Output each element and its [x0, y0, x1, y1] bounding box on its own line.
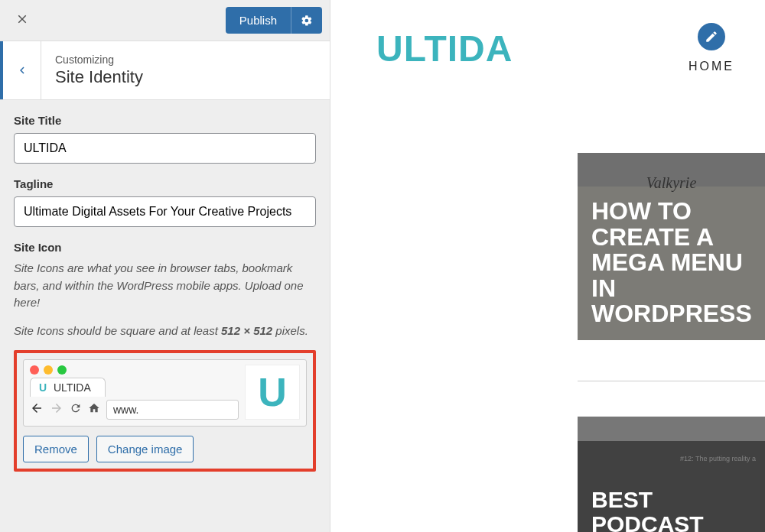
window-dots — [30, 365, 239, 375]
customizer-panel: Site Title Tagline Site Icon Site Icons … — [0, 100, 330, 485]
publish-settings-button[interactable] — [291, 7, 322, 34]
section-title: Site Identity — [55, 67, 143, 87]
forward-arrow-icon — [50, 401, 63, 418]
help2-suffix: pixels. — [272, 324, 308, 337]
section-header: Customizing Site Identity — [0, 41, 330, 100]
browser-tab: U ULTIDA — [30, 378, 106, 397]
site-icon-highlight: U ULTIDA — [14, 350, 316, 472]
customizer-sidebar: Publish Customizing Site Identity Site T… — [0, 0, 330, 532]
site-preview: ULTIDA HOME Valkyrie HOW TO CREATE A MEG… — [330, 0, 765, 532]
edit-shortcut-button[interactable] — [698, 23, 725, 50]
back-button[interactable] — [0, 41, 41, 99]
card-divider — [578, 381, 765, 381]
change-image-button[interactable]: Change image — [96, 436, 194, 462]
sidebar-topbar: Publish — [0, 0, 330, 41]
back-arrow-icon — [30, 401, 44, 418]
publish-button[interactable]: Publish — [226, 7, 291, 34]
close-icon — [15, 12, 29, 26]
publish-group: Publish — [226, 7, 322, 34]
post-card-1-title: HOW TO CREATE A MEGA MENU IN WORDPRESS — [591, 199, 752, 327]
post-cards: Valkyrie HOW TO CREATE A MEGA MENU IN WO… — [578, 153, 765, 340]
browser-tab-row: U ULTIDA — [30, 378, 239, 397]
section-header-text: Customizing Site Identity — [41, 41, 157, 99]
home-icon — [88, 402, 100, 417]
post-card-1[interactable]: Valkyrie HOW TO CREATE A MEGA MENU IN WO… — [578, 153, 765, 340]
customizing-label: Customizing — [55, 54, 143, 66]
site-logo[interactable]: ULTIDA — [376, 28, 513, 70]
window-dot-red — [30, 365, 39, 375]
nav-link-home[interactable]: HOME — [688, 60, 734, 73]
pencil-icon — [705, 30, 718, 44]
site-title-input[interactable] — [14, 133, 316, 164]
reload-icon — [70, 402, 82, 417]
help2-prefix: Site Icons should be square and at least — [14, 324, 221, 337]
site-icon-buttons: Remove Change image — [23, 436, 307, 462]
post-card-2[interactable]: #12: The putting reality a BEST PODCAST — [578, 417, 765, 532]
site-icon-label: Site Icon — [14, 241, 316, 254]
browser-mock-left: U ULTIDA — [30, 365, 239, 420]
chevron-left-icon — [15, 63, 29, 77]
favicon-large-letter: U — [258, 369, 287, 415]
site-icon-help-2: Site Icons should be square and at least… — [14, 323, 316, 340]
address-bar: www. — [106, 400, 239, 420]
help2-bold: 512 × 512 — [221, 324, 272, 337]
preview-nav: HOME — [688, 23, 734, 73]
site-icon-preview: U ULTIDA — [23, 359, 307, 427]
site-title-label: Site Title — [14, 114, 316, 127]
browser-toolbar: www. — [30, 400, 239, 420]
browser-tab-title: ULTIDA — [54, 381, 91, 394]
close-button[interactable] — [8, 6, 37, 35]
preview-header: ULTIDA HOME — [330, 0, 765, 89]
window-dot-yellow — [44, 365, 53, 375]
favicon-large: U — [245, 365, 300, 420]
window-dot-green — [57, 365, 67, 375]
tagline-label: Tagline — [14, 177, 316, 190]
favicon-small: U — [37, 381, 49, 394]
post-card-2-title: BEST PODCAST — [591, 488, 751, 532]
site-icon-help-1: Site Icons are what you see in browser t… — [14, 260, 316, 312]
tagline-input[interactable] — [14, 196, 316, 227]
remove-icon-button[interactable]: Remove — [23, 436, 89, 462]
gear-icon — [301, 15, 313, 27]
